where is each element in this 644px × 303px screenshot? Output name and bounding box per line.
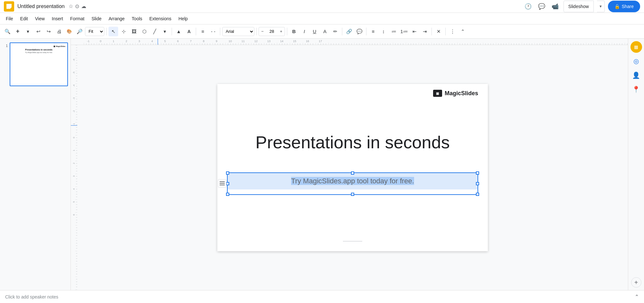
font-select[interactable]: Arial [222,27,254,36]
sidebar-sheets-icon[interactable]: ▦ [630,41,642,53]
slide-thumbnail-1[interactable]: ▣ MagicSlides Presentations in seconds T… [10,42,68,86]
divider8 [366,28,366,35]
subtitle-text[interactable]: Try MagicSlides.app tool today for free. [228,173,478,189]
bullet-list-button[interactable]: ≔ [389,27,399,36]
zoom-select[interactable]: Fit [85,27,104,36]
more-options-button[interactable]: ⋮ [448,27,457,36]
share-button[interactable]: 🔒 Share [608,1,640,12]
italic-button[interactable]: I [299,27,309,36]
menu-help[interactable]: Help [175,15,191,23]
border-dash-button[interactable]: - - [208,27,218,36]
underline-button[interactable]: U [310,27,319,36]
comment-button[interactable]: 💬 [536,1,547,12]
menu-extensions[interactable]: Extensions [146,15,175,23]
cursor-tool[interactable]: ↖ [109,27,118,36]
search-button[interactable]: 🔍 [3,27,12,36]
redo-button[interactable]: ↪ [44,27,53,36]
svg-text:4: 4 [72,188,75,190]
fill-color-button[interactable]: ▲ [174,27,184,36]
sidebar-contacts-icon[interactable]: 👤 [630,69,642,81]
history-button[interactable]: 🕐 [523,1,533,12]
menu-edit[interactable]: Edit [17,15,31,23]
text-color-button[interactable]: A [184,27,194,36]
video-button[interactable]: 📹 [550,1,560,12]
divider10 [445,28,446,35]
numbered-list-button[interactable]: 1≔ [399,27,409,36]
text-box-selected[interactable]: Try MagicSlides.app tool today for free. [227,172,478,195]
save-to-drive-icon[interactable]: ⊙ [75,3,79,9]
highlight-button[interactable]: ✏ [330,27,340,36]
thumb-logo: ▣ MagicSlides [12,45,65,47]
link-button[interactable]: 🔗 [344,27,354,36]
indent-increase-button[interactable]: ⇥ [420,27,430,36]
line-dropdown[interactable]: ▾ [160,27,170,36]
undo-button[interactable]: ↩ [33,27,43,36]
divider4 [220,28,220,35]
align-button[interactable]: ≡ [368,27,378,36]
star-icon[interactable]: ☆ [69,3,73,9]
sidebar-maps-icon[interactable]: 📍 [630,84,642,95]
line-tool[interactable]: ╱ [150,27,159,36]
svg-text:0: 0 [100,40,101,43]
menu-bar: File Edit View Insert Format Slide Arran… [0,13,644,24]
menu-format[interactable]: Format [67,15,88,23]
handle-middle-left[interactable] [226,182,229,185]
menu-tools[interactable]: Tools [128,15,146,23]
zoom-in-button[interactable]: + [13,27,23,36]
menu-file[interactable]: File [3,15,16,23]
svg-text:1: 1 [72,150,75,151]
logo-icon: ▣ [433,90,442,97]
bold-button[interactable]: B [289,27,299,36]
line-spacing-button[interactable]: ↕ [379,27,388,36]
handle-middle-right[interactable] [476,182,479,185]
menu-insert[interactable]: Insert [49,15,66,23]
align-icon-overlay[interactable] [218,179,226,188]
cloud-save-icon[interactable]: ☁ [81,3,86,9]
svg-text:12: 12 [254,40,258,43]
indent-decrease-button[interactable]: ⇤ [410,27,419,36]
lock-icon: 🔒 [614,4,620,9]
align-line-1 [220,181,225,182]
divider3 [196,28,196,35]
font-size-decrease[interactable]: − [259,27,266,36]
handle-top-center[interactable] [351,171,354,175]
divider2 [172,28,172,35]
select-tool[interactable]: ⊹ [119,27,128,36]
text-color-picker[interactable]: A [320,27,330,36]
divider9 [431,28,432,35]
doc-title[interactable]: Untitled presentation [17,4,65,9]
speaker-notes-placeholder: Click to add speaker notes [5,294,58,299]
svg-text:-6: -6 [72,59,75,61]
svg-text:15: 15 [293,40,296,43]
sidebar-keep-icon[interactable]: ◎ [630,55,642,67]
slide-title[interactable]: Presentations in seconds [217,132,488,152]
font-size-input[interactable] [266,29,278,34]
zoom-out-button[interactable]: ▾ [23,27,33,36]
menu-arrange[interactable]: Arrange [105,15,128,23]
slideshow-button[interactable]: Slideshow [564,1,594,12]
image-tool[interactable]: 🖼 [129,27,139,36]
align-line-3 [220,185,225,185]
speaker-notes[interactable]: Click to add speaker notes ⌃ [0,290,644,303]
canvas-area[interactable]: ▣ MagicSlides Presentations in seconds [77,45,628,290]
border-style-button[interactable]: ≡ [198,27,208,36]
menu-view[interactable]: View [32,15,48,23]
handle-bottom-center[interactable] [351,193,354,196]
collapse-toolbar-button[interactable]: ⌃ [458,27,468,36]
clear-formatting-button[interactable]: ✕ [434,27,443,36]
notes-expand-button[interactable]: ⌃ [635,294,639,300]
insert-comment-button[interactable]: 💬 [355,27,364,36]
slideshow-dropdown[interactable]: ▾ [597,1,605,12]
handle-top-right[interactable] [476,171,479,175]
font-size-increase[interactable]: + [278,27,285,36]
menu-slide[interactable]: Slide [88,15,105,23]
shape-tool[interactable]: ⬡ [139,27,149,36]
handle-bottom-right[interactable] [476,193,479,196]
paint-format-button[interactable]: 🎨 [64,27,74,36]
sidebar-add-icon[interactable]: + [631,277,641,288]
print-button[interactable]: 🖨 [54,27,64,36]
handle-top-left[interactable] [226,171,229,175]
zoom-fit-button[interactable]: 🔎 [75,27,84,36]
main-layout: 1 ▣ MagicSlides Presentations in seconds… [0,39,644,290]
handle-bottom-left[interactable] [226,193,229,196]
